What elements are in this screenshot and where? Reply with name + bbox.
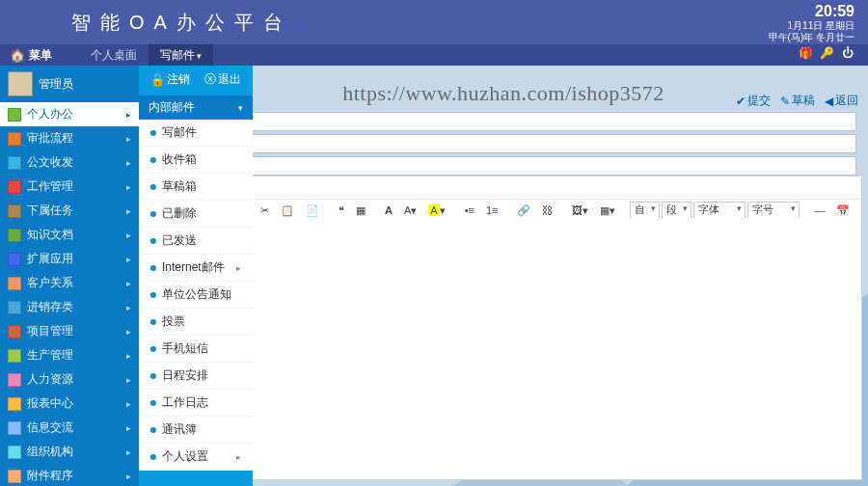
sidebar-item-3[interactable]: 工作管理▸ <box>0 175 139 199</box>
sidebar-item-label: 报表中心 <box>27 395 73 412</box>
flyout-item-7[interactable]: 投票 <box>139 309 253 336</box>
logout-button[interactable]: 🔓注销 <box>150 71 190 88</box>
flyout-item-0[interactable]: 写邮件 <box>139 120 253 147</box>
paragraph-format-select[interactable]: 段落格式 <box>662 202 692 219</box>
draft-button[interactable]: ✎草稿 <box>780 93 815 109</box>
flyout-item-5[interactable]: Internet邮件▸ <box>139 255 253 282</box>
gift-icon[interactable]: 🎁 <box>799 46 812 60</box>
ol-btn[interactable]: 1≡ <box>481 202 503 218</box>
sidebar-item-8[interactable]: 进销存类▸ <box>0 295 139 319</box>
sidebar-icon <box>8 204 21 218</box>
chevron-down-icon: ▾ <box>238 103 243 113</box>
unlink-btn[interactable]: ⛓ <box>537 202 557 218</box>
date-btn[interactable]: 📅 <box>831 202 854 219</box>
sidebar-item-10[interactable]: 生产管理▸ <box>0 343 139 367</box>
sidebar-item-label: 人力资源 <box>27 371 73 388</box>
sidebar-item-15[interactable]: 附件程序▸ <box>0 464 139 486</box>
bullet-icon <box>150 346 156 352</box>
clock-date: 1月11日 星期日 <box>769 20 854 32</box>
quote-btn[interactable]: ❝ <box>334 202 349 219</box>
flyout-item-10[interactable]: 工作日志 <box>139 390 253 417</box>
chevron-right-icon: ▸ <box>126 255 131 264</box>
sidebar-item-label: 知识文档 <box>27 227 73 243</box>
sidebar-item-14[interactable]: 组织机构▸ <box>0 440 139 464</box>
submit-button[interactable]: ✔提交 <box>736 93 771 109</box>
emotion-btn[interactable]: ☺ <box>856 202 861 218</box>
flyout-item-8[interactable]: 手机短信 <box>139 336 253 363</box>
flyout-item-label: Internet邮件 <box>162 259 225 276</box>
power-icon[interactable]: ⏻ <box>841 46 854 60</box>
menu-label[interactable]: 菜单 <box>29 47 52 64</box>
key-icon[interactable]: 🔑 <box>820 46 833 60</box>
custom-title-select[interactable]: 自定义标题 <box>630 202 660 219</box>
bold-btn[interactable]: A <box>380 202 397 218</box>
username: 管理员 <box>39 76 73 93</box>
image-btn[interactable]: 🖼▾ <box>567 202 593 219</box>
sidebar-item-13[interactable]: 信息交流▸ <box>0 416 139 440</box>
chevron-right-icon: ▸ <box>126 182 131 192</box>
sidebar-item-label: 客户关系 <box>27 275 73 291</box>
sidebar-item-label: 进销存类 <box>27 299 73 315</box>
flyout-item-12[interactable]: 个人设置▸ <box>139 444 253 471</box>
sidebar-icon <box>8 373 21 387</box>
font-size-select[interactable]: 字号 <box>747 202 800 219</box>
font-select[interactable]: 字体 <box>693 202 746 219</box>
sidebar-item-4[interactable]: 下属任务▸ <box>0 199 139 223</box>
chevron-right-icon: ▸ <box>126 472 131 481</box>
flyout-item-1[interactable]: 收件箱 <box>139 147 253 174</box>
color-btn[interactable]: A▾ <box>399 202 421 219</box>
sidebar-item-7[interactable]: 客户关系▸ <box>0 271 139 295</box>
table-btn[interactable]: ▦▾ <box>595 202 620 219</box>
sidebar-icon <box>8 132 21 146</box>
exit-button[interactable]: ⓧ退出 <box>204 71 241 88</box>
sidebar-icon <box>8 156 21 170</box>
flyout-item-label: 写邮件 <box>162 124 197 141</box>
user-row: 管理员 <box>0 66 139 102</box>
sidebar-item-label: 工作管理 <box>27 178 73 195</box>
bgcolor-btn[interactable]: A▾ <box>423 202 449 219</box>
sidebar-icon <box>8 277 21 290</box>
chevron-right-icon: ▸ <box>126 423 131 433</box>
bullet-icon <box>150 157 156 163</box>
tpl-btn[interactable]: ▦ <box>351 202 370 219</box>
flyout-item-4[interactable]: 已发送 <box>139 228 253 255</box>
chevron-right-icon: ▸ <box>126 158 131 168</box>
paste-btn[interactable]: 📄 <box>301 202 324 219</box>
sidebar-icon <box>8 397 21 411</box>
chevron-right-icon: ▸ <box>236 263 241 273</box>
bullet-icon <box>150 184 156 190</box>
flyout-item-label: 已删除 <box>162 205 197 222</box>
sidebar-item-2[interactable]: 公文收发▸ <box>0 150 139 175</box>
bullet-icon <box>150 292 156 298</box>
sidebar-item-11[interactable]: 人力资源▸ <box>0 367 139 392</box>
tab-1[interactable]: 写邮件▾ <box>149 44 213 67</box>
cut-btn[interactable]: ✂ <box>256 202 274 219</box>
flyout-item-label: 草稿箱 <box>162 178 197 195</box>
sidebar-item-5[interactable]: 知识文档▸ <box>0 223 139 247</box>
flyout-item-9[interactable]: 日程安排 <box>139 363 253 390</box>
copy-btn[interactable]: 📋 <box>276 202 299 219</box>
sidebar-item-label: 下属任务 <box>27 202 73 219</box>
chevron-right-icon: ▸ <box>126 230 131 240</box>
sidebar-icon <box>8 253 21 266</box>
sidebar-item-12[interactable]: 报表中心▸ <box>0 392 139 416</box>
sidebar-item-1[interactable]: 审批流程▸ <box>0 126 139 150</box>
ul-btn[interactable]: •≡ <box>460 202 479 218</box>
bullet-icon <box>150 427 156 433</box>
tab-0[interactable]: 个人桌面 <box>79 44 149 67</box>
sidebar-item-0[interactable]: 个人办公▸ <box>0 102 139 126</box>
home-icon[interactable]: 🏠 <box>10 48 25 63</box>
sidebar-item-6[interactable]: 扩展应用▸ <box>0 247 139 271</box>
bullet-icon <box>150 454 156 460</box>
flyout-item-11[interactable]: 通讯簿 <box>139 417 253 444</box>
sidebar: 管理员 个人办公▸审批流程▸公文收发▸工作管理▸下属任务▸知识文档▸扩展应用▸客… <box>0 66 139 486</box>
flyout-item-2[interactable]: 草稿箱 <box>139 174 253 201</box>
back-button[interactable]: ◀返回 <box>825 93 858 109</box>
flyout-header[interactable]: 内部邮件 ▾ <box>139 95 253 120</box>
sidebar-item-9[interactable]: 项目管理▸ <box>0 319 139 343</box>
link-btn[interactable]: 🔗 <box>512 202 535 219</box>
flyout-item-3[interactable]: 已删除 <box>139 201 253 228</box>
flyout-item-6[interactable]: 单位公告通知 <box>139 282 253 309</box>
hr-btn[interactable]: — <box>809 202 829 218</box>
chevron-right-icon: ▸ <box>126 303 131 312</box>
